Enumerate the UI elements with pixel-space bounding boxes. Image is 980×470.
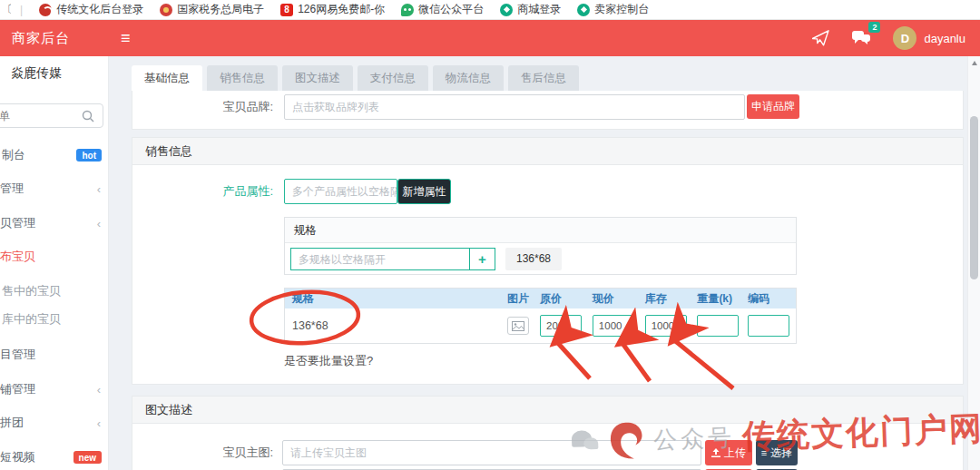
app-title: 商家后台 (0, 30, 109, 47)
bookmark-label: 卖家控制台 (594, 2, 649, 17)
picture-icon (512, 321, 524, 331)
sidebar-item-manage-1[interactable]: 管理 ‹ (0, 180, 109, 198)
list-icon: ≡ (761, 447, 767, 458)
sidebar-item-group-buy[interactable]: 拼团 ‹ (0, 414, 109, 432)
original-price-input[interactable] (540, 315, 582, 337)
messages-button[interactable]: 2 (851, 30, 871, 46)
sidebar-item-short-video[interactable]: 短视频 new (0, 448, 109, 466)
spec-chip[interactable]: 136*68 (505, 248, 562, 270)
tab-sales-info[interactable]: 销售信息 (207, 65, 278, 91)
product-attr-input[interactable] (284, 179, 397, 204)
app-header: 商家后台 ≡ 2 D dayanlu (0, 20, 980, 56)
bookmark-label: 商城登录 (517, 2, 561, 17)
spec-input-group: + (290, 248, 495, 270)
company-name: 焱鹿传媒 (11, 65, 62, 82)
desc-panel-title: 图文描述 (132, 397, 963, 424)
paper-plane-icon (812, 30, 829, 46)
sidebar-toggle-icon[interactable]: ≡ (121, 30, 131, 46)
stock-spinner[interactable] (679, 320, 684, 329)
spec-box: 规格 + 136*68 (284, 217, 797, 275)
scroll-up-arrow-icon[interactable] (972, 61, 977, 65)
add-spec-button[interactable]: + (469, 249, 495, 269)
sku-table-row: 136*68 (285, 308, 796, 343)
bookmark-126mail[interactable]: 126网易免费邮-你 (280, 2, 385, 17)
mall-favicon-icon (500, 4, 513, 16)
bookmark-fragment: 〔 (2, 2, 11, 17)
scrollbar-thumb[interactable] (970, 116, 978, 279)
select-button[interactable]: ≡ 选择 (756, 440, 798, 465)
bookmark-label: 微信公众平台 (418, 2, 484, 17)
bookmark-label: 126网易免费邮-你 (298, 2, 385, 17)
bookmark-label: 国家税务总局电子 (177, 2, 264, 17)
col-stock: 库存 (638, 289, 691, 308)
bookmark-label: 传统文化后台登录 (56, 2, 143, 17)
col-current-price: 现价 (585, 289, 638, 308)
new-badge: new (74, 451, 102, 464)
browser-scrollbar[interactable] (967, 56, 980, 470)
sidebar: 焱鹿传媒 制台 hot 管理 ‹ 贝管理 ‹ 布宝贝 售中的宝贝 库中的宝贝 目… (0, 56, 109, 470)
tab-aftersale-info[interactable]: 售后信息 (508, 65, 579, 91)
upload-button[interactable]: 上传 (705, 440, 752, 465)
sales-info-panel: 销售信息 产品属性: 新增属性 规格 + 136*68 规格 图片 原价 现价 … (132, 137, 964, 385)
col-image: 图片 (500, 289, 533, 308)
sidebar-search (0, 103, 103, 128)
sku-table: 规格 图片 原价 现价 库存 重量(k) 编码 136*68 (284, 288, 797, 344)
bookmark-shuiwu[interactable]: 国家税务总局电子 (160, 2, 264, 17)
sku-table-header: 规格 图片 原价 现价 库存 重量(k) 编码 (285, 289, 796, 308)
emblem-favicon-icon (160, 4, 172, 16)
description-panel: 图文描述 宝贝主图: 上传 ≡ 选择 (132, 396, 964, 470)
phoenix-favicon-icon (39, 4, 52, 16)
sidebar-item-onsale-goods[interactable]: 售中的宝贝 (0, 282, 109, 300)
batch-setting-question[interactable]: 是否要批量设置? (284, 353, 373, 369)
chevron-icon: ‹ (97, 217, 101, 230)
col-original-price: 原价 (533, 289, 585, 308)
sidebar-item-warehouse-goods[interactable]: 库中的宝贝 (0, 310, 109, 328)
username[interactable]: dayanlu (924, 32, 965, 45)
sidebar-item-console[interactable]: 制台 hot (0, 146, 109, 164)
main-image-input[interactable] (282, 440, 701, 465)
tab-description[interactable]: 图文描述 (282, 65, 353, 91)
tab-payment-info[interactable]: 支付信息 (358, 65, 428, 91)
bookmark-chuantongwenhua[interactable]: 传统文化后台登录 (39, 2, 143, 17)
tab-basic-info[interactable]: 基础信息 (132, 65, 202, 91)
add-attr-button[interactable]: 新增属性 (397, 179, 451, 204)
apply-brand-button[interactable]: 申请品牌 (747, 94, 799, 119)
unread-count-badge: 2 (868, 22, 880, 33)
brand-input[interactable] (284, 94, 745, 120)
col-code: 编码 (740, 289, 796, 308)
sidebar-item-publish-goods[interactable]: 布宝贝 (0, 248, 109, 266)
search-icon (82, 110, 94, 122)
wechat-favicon-icon (401, 4, 414, 16)
col-weight: 重量(k) (690, 289, 740, 308)
user-avatar[interactable]: D (893, 26, 916, 50)
sku-spec-value: 136*68 (285, 319, 500, 332)
product-form-tabs: 基础信息 销售信息 图文描述 支付信息 物流信息 售后信息 (132, 65, 579, 91)
sidebar-item-manage-2[interactable]: 目管理 (0, 346, 109, 364)
sidebar-item-shop-manage[interactable]: 铺管理 ‹ (0, 380, 109, 398)
code-input[interactable] (748, 315, 789, 337)
chevron-icon: ‹ (97, 416, 101, 430)
weight-input[interactable] (697, 315, 739, 337)
sku-image-upload-button[interactable] (507, 317, 529, 335)
mail-favicon-icon (280, 4, 293, 16)
bookmark-seller-console[interactable]: 卖家控制台 (577, 2, 649, 17)
bookmarks-divider: | (20, 4, 23, 16)
sidebar-search-input[interactable] (0, 104, 70, 127)
upload-icon (711, 448, 720, 457)
tab-logistics-info[interactable]: 物流信息 (433, 65, 504, 91)
chevron-icon: ‹ (97, 182, 101, 196)
sidebar-item-goods-manage[interactable]: 贝管理 ‹ (0, 214, 109, 232)
main-content: 基础信息 销售信息 图文描述 支付信息 物流信息 售后信息 宝贝品牌: 申请品牌… (109, 56, 980, 470)
hot-badge: hot (76, 149, 102, 162)
bookmark-mall-login[interactable]: 商城登录 (500, 2, 561, 17)
seller-favicon-icon (577, 4, 590, 16)
current-price-input[interactable] (593, 315, 634, 337)
sales-panel-title: 销售信息 (132, 138, 963, 165)
spec-input[interactable] (291, 249, 469, 269)
chat-bubbles-icon (851, 30, 871, 46)
bookmark-wechat-platform[interactable]: 微信公众平台 (401, 2, 484, 17)
browser-bookmarks-bar: 〔 | 传统文化后台登录 国家税务总局电子 126网易免费邮-你 微信公众平台 … (0, 0, 980, 20)
main-image-label: 宝贝主图: (132, 440, 273, 465)
product-attr-label: 产品属性: (132, 179, 273, 204)
send-button[interactable] (812, 30, 829, 46)
